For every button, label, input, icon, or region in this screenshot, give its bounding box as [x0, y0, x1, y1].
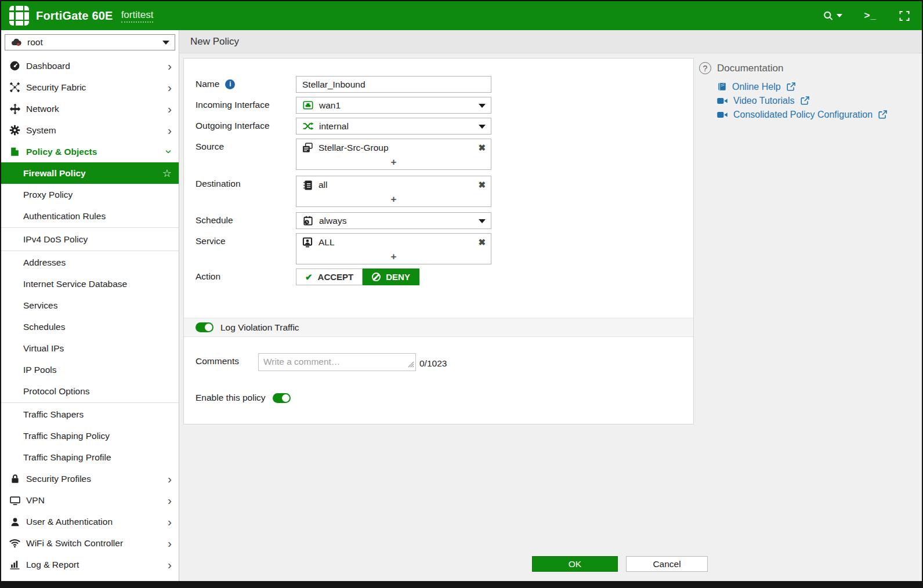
sidebar-item-policy-and-objects[interactable]: Policy & Objects›: [1, 141, 179, 162]
sidebar-item-traffic-shapers[interactable]: Traffic Shapers: [1, 404, 179, 425]
chevron-right-icon: ›: [168, 124, 172, 136]
vdom-caret-icon: [162, 41, 169, 45]
chevron-down-icon: ›: [164, 150, 176, 154]
sidebar-item-ipv4-dos-policy[interactable]: IPv4 DoS Policy: [1, 228, 179, 250]
page-title: New Policy: [180, 30, 922, 53]
sidebar-item-label: Security Fabric: [26, 82, 86, 93]
cancel-button[interactable]: Cancel: [626, 556, 708, 572]
sidebar-item-log-and-report[interactable]: Log & Report›: [1, 554, 179, 575]
sidebar-item-services[interactable]: Services: [1, 295, 179, 316]
accept-button[interactable]: ✔ ACCEPT: [296, 268, 363, 285]
sidebar-item-ip-pools[interactable]: IP Pools: [1, 359, 179, 380]
enable-policy-toggle[interactable]: [273, 393, 291, 403]
sidebar-item-addresses[interactable]: Addresses: [1, 252, 179, 273]
favorite-star-icon[interactable]: ☆: [162, 167, 172, 180]
wan-port-icon: [302, 99, 314, 111]
fabric-icon: [8, 82, 21, 93]
info-icon[interactable]: i: [225, 79, 235, 89]
sidebar-item-wifi-and-switch-controller[interactable]: WiFi & Switch Controller›: [1, 532, 179, 554]
destination-row: Destination all ✖ +: [184, 176, 693, 207]
log-violation-toggle[interactable]: [196, 322, 213, 332]
deny-icon: [372, 273, 381, 281]
chevron-down-icon: [479, 219, 486, 223]
doc-link-label: Video Tutorials: [733, 96, 795, 106]
documentation-title: Documentation: [717, 63, 783, 74]
add-destination-button[interactable]: +: [296, 194, 491, 206]
comments-row: Comments 0/1023: [184, 353, 693, 373]
chevron-right-icon: ›: [168, 558, 172, 571]
external-link-icon: [786, 82, 796, 92]
sidebar-item-vpn[interactable]: VPN›: [1, 489, 179, 511]
sidebar-item-firewall-policy[interactable]: Firewall Policy☆: [1, 162, 179, 184]
log-violation-row: Log Violation Traffic: [184, 318, 693, 337]
service-entry[interactable]: ALL ✖: [296, 234, 491, 251]
source-entry[interactable]: Stellar-Src-Group ✖: [296, 139, 491, 157]
sidebar-item-label: Proxy Policy: [23, 190, 73, 200]
comments-label: Comments: [196, 353, 258, 366]
sidebar-item-label: Dashboard: [26, 61, 70, 71]
sidebar-item-security-profiles[interactable]: Security Profiles›: [1, 468, 179, 489]
search-icon: [823, 10, 834, 22]
sidebar-item-virtual-ips[interactable]: Virtual IPs: [1, 337, 179, 359]
sidebar-item-traffic-shaping-profile[interactable]: Traffic Shaping Profile: [1, 447, 179, 468]
ok-button[interactable]: OK: [532, 556, 618, 572]
cli-console-button[interactable]: >_: [864, 10, 877, 21]
sidebar-item-label: Network: [26, 104, 59, 114]
fullscreen-button[interactable]: [899, 10, 910, 22]
add-source-button[interactable]: +: [296, 157, 491, 169]
add-service-button[interactable]: +: [296, 251, 491, 264]
sidebar-item-security-fabric[interactable]: Security Fabric›: [1, 77, 179, 98]
sidebar-item-label: Log & Report: [26, 560, 79, 570]
sidebar-item-label: Firewall Policy: [23, 168, 86, 179]
schedule-value: always: [319, 216, 346, 226]
shuffle-icon: [302, 120, 314, 132]
remove-destination-icon[interactable]: ✖: [478, 180, 486, 190]
sidebar-item-label: Security Profiles: [26, 474, 91, 484]
wifi-icon: [8, 537, 21, 549]
sidebar-item-traffic-shaping-policy[interactable]: Traffic Shaping Policy: [1, 425, 179, 447]
deny-button[interactable]: DENY: [363, 268, 419, 285]
schedule-select[interactable]: always: [296, 212, 491, 229]
content-area: New Policy Name i Incoming Interface wan…: [180, 30, 922, 581]
sidebar-item-protocol-options[interactable]: Protocol Options: [1, 380, 179, 402]
sidebar-item-dashboard[interactable]: Dashboard›: [1, 55, 179, 77]
top-bar: FortiGate 60E fortitest >_: [1, 1, 922, 30]
form-footer: OK Cancel: [532, 556, 708, 572]
incoming-interface-select[interactable]: wan1: [296, 97, 491, 114]
outgoing-interface-select[interactable]: internal: [296, 118, 491, 135]
book-icon: [716, 82, 727, 92]
sidebar-item-network[interactable]: Network›: [1, 98, 179, 119]
sidebar-item-user-and-authentication[interactable]: User & Authentication›: [1, 511, 179, 532]
enable-policy-label: Enable this policy: [196, 393, 266, 403]
service-label: Service: [196, 233, 296, 246]
vdom-selector[interactable]: root: [5, 34, 175, 50]
sidebar-item-schedules[interactable]: Schedules: [1, 316, 179, 337]
remove-service-icon[interactable]: ✖: [478, 237, 486, 248]
name-row: Name i: [184, 76, 693, 93]
vdom-cloud-icon: [10, 37, 22, 48]
outgoing-interface-value: internal: [319, 121, 349, 132]
sidebar-item-system[interactable]: System›: [1, 119, 179, 141]
name-input[interactable]: [296, 76, 491, 93]
sidebar-item-label: Schedules: [23, 322, 65, 332]
sidebar-item-label: Addresses: [23, 257, 66, 268]
doc-link-video-tutorials[interactable]: Video Tutorials: [716, 94, 920, 107]
search-caret-icon: [837, 14, 842, 17]
sidebar-item-proxy-policy[interactable]: Proxy Policy: [1, 184, 179, 205]
doc-link-online-help[interactable]: Online Help: [716, 80, 920, 93]
search-button[interactable]: [823, 10, 842, 22]
question-icon: ?: [699, 62, 711, 74]
sidebar-item-label: Policy & Objects: [26, 147, 97, 157]
comments-counter: 0/1023: [419, 353, 447, 369]
destination-entry[interactable]: all ✖: [296, 176, 491, 194]
destination-label: Destination: [196, 176, 296, 189]
schedule-label: Schedule: [196, 212, 296, 226]
doc-link-consolidated-policy-configuration[interactable]: Consolidated Policy Configuration: [716, 108, 920, 121]
sidebar-item-internet-service-database[interactable]: Internet Service Database: [1, 273, 179, 295]
remove-source-icon[interactable]: ✖: [478, 143, 486, 153]
fullscreen-icon: [899, 10, 910, 22]
chevron-right-icon: ›: [168, 81, 172, 93]
comments-textarea[interactable]: [258, 353, 416, 371]
nav-divider: [1, 227, 179, 228]
sidebar-item-authentication-rules[interactable]: Authentication Rules: [1, 205, 179, 227]
